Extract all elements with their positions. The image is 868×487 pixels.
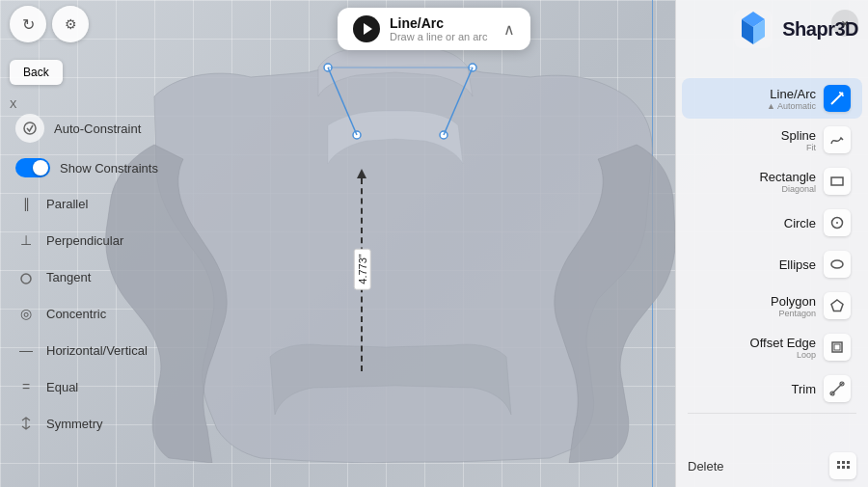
delete-label: Delete [688,459,724,473]
measurement-arrow [357,169,366,178]
tool-card-info: Line/Arc Draw a line or an arc [390,15,494,42]
svg-marker-14 [831,300,843,311]
symmetry-label: Symmetry [46,417,103,431]
spline-icon [824,126,851,153]
svg-point-7 [24,122,36,134]
line-arc-icon [824,85,851,112]
tool-rectangle[interactable]: Rectangle Diagonal [682,161,862,202]
svg-rect-21 [842,461,845,464]
show-constraints-row: Show Constraints [10,150,193,185]
svg-point-8 [21,274,31,284]
ellipse-name: Ellipse [693,257,816,272]
measurement-label: 4.773" [354,248,371,289]
svg-line-17 [831,383,843,394]
concentric-label: Concentric [46,307,106,321]
chevron-up-icon[interactable]: ∧ [503,20,515,39]
auto-constraint-label: Auto-Constraint [54,122,141,136]
auto-constraint-icon [15,114,44,143]
circle-icon [824,209,851,236]
tool-trim[interactable]: Trim [682,368,862,409]
symmetry-constraint[interactable]: Symmetry [10,405,193,442]
parallel-icon: ∥ [15,193,37,214]
tool-card-subtitle: Draw a line or an arc [390,31,494,42]
left-panel: Auto-Constraint Show Constraints ∥ Paral… [0,106,203,442]
svg-rect-22 [837,466,840,469]
tool-polygon[interactable]: Polygon Pentagon [682,285,862,326]
settings-button[interactable]: ⚙ [52,6,89,42]
delete-icon [829,452,856,479]
close-button[interactable]: × [831,10,858,37]
parallel-constraint[interactable]: ∥ Parallel [10,185,193,222]
svg-rect-25 [847,466,850,469]
back-button[interactable]: Back [10,60,63,85]
spline-name: Spline [693,128,816,143]
tool-play-button[interactable] [353,15,380,42]
polygon-name: Polygon [693,294,816,309]
svg-rect-20 [837,461,840,464]
tool-offset-edge[interactable]: Offset Edge Loop [682,327,862,367]
offset-edge-sub: Loop [693,350,816,360]
trim-name: Trim [693,382,816,396]
equal-label: Equal [46,380,78,394]
line-arc-name: Line/Arc [693,87,816,101]
polygon-icon [824,292,851,319]
parallel-label: Parallel [46,197,88,211]
horizontal-vertical-constraint[interactable]: — Horizontal/Vertical [10,332,193,368]
symmetry-icon [15,413,37,434]
tool-card-title: Line/Arc [390,15,494,31]
tool-ellipse[interactable]: Ellipse [682,244,862,284]
offset-edge-icon [824,334,851,361]
svg-rect-24 [847,461,850,464]
rectangle-name: Rectangle [693,170,816,184]
show-constraints-toggle[interactable] [15,158,50,177]
svg-point-13 [831,260,843,268]
equal-icon: = [15,376,37,397]
svg-line-4 [328,68,357,135]
trim-icon [824,375,851,402]
panel-divider [688,413,856,414]
right-panel: Shapr3D × Line/Arc ▲ Automatic Spline Fi… [675,0,868,487]
horizontal-vertical-label: Horizontal/Vertical [46,343,148,358]
svg-point-12 [836,222,838,224]
tool-spline[interactable]: Spline Fit [682,120,862,160]
offset-edge-name: Offset Edge [693,336,816,350]
horizontal-vertical-icon: — [15,339,37,361]
perpendicular-constraint[interactable]: ⊥ Perpendicular [10,222,193,258]
concentric-icon: ◎ [15,303,37,324]
auto-constraint-row: Auto-Constraint [10,106,193,150]
rectangle-icon [824,168,851,195]
circle-name: Circle [693,216,816,230]
show-constraints-label: Show Constraints [60,161,158,176]
tangent-icon [15,266,37,287]
perpendicular-label: Perpendicular [46,233,123,248]
equal-constraint[interactable]: = Equal [10,368,193,405]
rectangle-sub: Diagonal [693,184,816,194]
svg-line-5 [444,68,473,135]
svg-rect-16 [834,344,840,350]
delete-button[interactable]: Delete [688,459,724,473]
ellipse-icon [824,251,851,278]
spline-sub: Fit [693,143,816,152]
line-arc-sub: ▲ Automatic [693,101,816,111]
tool-card: Line/Arc Draw a line or an arc ∧ [338,8,530,50]
shapr3d-logo-icon [732,8,774,50]
perpendicular-icon: ⊥ [15,230,37,251]
right-panel-tools: Line/Arc ▲ Automatic Spline Fit Rectangl… [676,10,868,414]
rotate-button[interactable]: ↻ [10,6,46,42]
tangent-constraint[interactable]: Tangent [10,258,193,295]
polygon-sub: Pentagon [693,309,816,318]
tool-line-arc[interactable]: Line/Arc ▲ Automatic [682,78,862,119]
tangent-label: Tangent [46,270,91,284]
concentric-constraint[interactable]: ◎ Concentric [10,295,193,332]
svg-rect-23 [842,466,845,469]
tool-circle[interactable]: Circle [682,203,862,243]
svg-rect-10 [831,177,843,185]
delete-area: Delete [676,445,868,487]
